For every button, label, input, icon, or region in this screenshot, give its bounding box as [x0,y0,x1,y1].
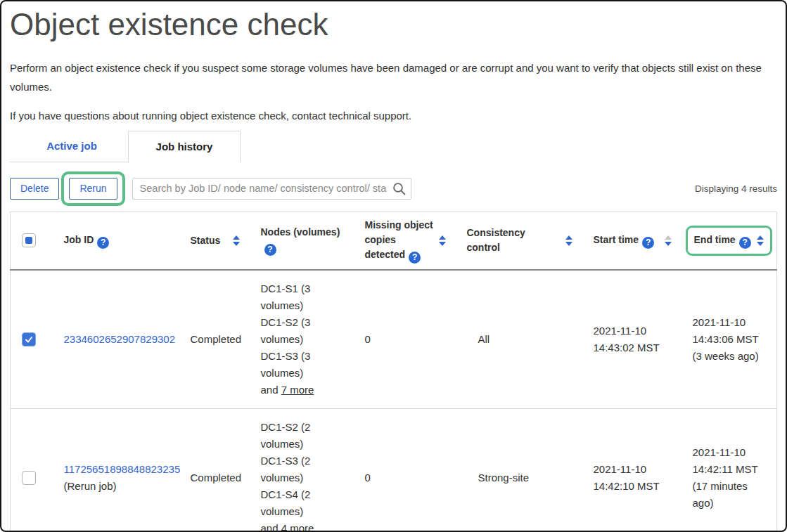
results-count: Displaying 4 results [695,183,777,194]
nodes-more-line: and 4 more [261,520,344,532]
job-note: (Rerun job) [64,478,169,495]
node-volumes-entry: DC1-S3 (3 volumes) [261,348,344,382]
end-time-line: 2021-11-10 [693,314,767,331]
end-time-line: 14:42:11 MST [693,461,767,478]
header-start-time-label: Start time [594,234,639,245]
nodes-more-line: and 7 more [261,382,344,398]
header-consistency-label: Consistency control [467,227,525,253]
end-time-line: (3 weeks ago) [693,348,767,365]
start-time-line: 2021-11-10 [594,461,672,478]
start-time-line: 2021-11-10 [594,323,672,339]
header-nodes: Nodes (volumes) [250,212,354,270]
consistency-value: Strong-site [478,472,530,484]
node-volumes-entry: DC1-S3 (2 volumes) [261,453,344,486]
select-all-checkbox[interactable] [22,233,36,247]
intro-paragraph-2: If you have questions about running obje… [10,106,762,125]
header-status: Status [179,212,250,270]
help-icon[interactable] [409,252,421,264]
magnifier-icon[interactable] [392,182,406,195]
tab-active-job-label: Active job [46,140,97,152]
status-value: Completed [191,472,242,484]
delete-button[interactable]: Delete [10,178,59,200]
end-time-line: (17 minutes ago) [693,478,767,512]
tab-job-history-label: Job history [156,141,213,153]
tab-bar-lead-segment [10,131,15,162]
header-consistency: Consistency control [456,212,582,270]
start-time-line: 14:42:10 MST [594,478,672,495]
sort-toggle-missing-copies[interactable] [439,235,446,246]
job-id-link[interactable]: 2334602652907829302 [64,333,176,345]
start-time-line: 14:43:02 MST [594,339,672,356]
table-header-row: Job ID Status Nodes (volumes) [11,212,777,270]
header-start-time: Start time [582,212,682,270]
missing-copies-value: 0 [365,333,371,345]
header-job-id: Job ID [53,212,179,270]
toolbar: Delete Rerun Displaying 4 results [10,171,777,206]
help-icon[interactable] [739,237,751,249]
job-id-link[interactable]: 11725651898848823235 [64,463,181,475]
missing-copies-value: 0 [365,472,371,484]
rerun-button[interactable]: Rerun [69,178,117,200]
end-time-line: 14:43:06 MST [693,331,767,348]
node-volumes-entry: DC1-S1 (3 volumes) [261,280,344,314]
help-icon[interactable] [97,237,109,249]
sort-toggle-status[interactable] [233,235,240,246]
help-icon[interactable] [264,244,276,256]
tab-bar: Active job Job history [10,131,777,162]
header-job-id-label: Job ID [64,234,94,245]
header-end-time-label: End time [694,234,736,245]
sort-toggle-start-time[interactable] [665,235,672,246]
checkmark-icon [24,335,34,344]
header-select-cell [11,212,53,270]
help-icon[interactable] [642,237,654,249]
tab-active-job[interactable]: Active job [15,131,128,162]
node-volumes-entry: DC1-S4 (2 volumes) [261,486,344,520]
table-row: 11725651898848823235 (Rerun job) Complet… [11,408,777,532]
sort-toggle-consistency[interactable] [565,235,572,246]
node-volumes-entry: DC1-S2 (3 volumes) [261,314,344,348]
header-nodes-label: Nodes (volumes) [261,226,340,238]
job-history-table: Job ID Status Nodes (volumes) [10,212,777,532]
search-input[interactable] [132,178,411,200]
row-checkbox[interactable] [22,471,36,485]
table-row: 2334602652907829302 Completed DC1-S1 (3 … [11,270,777,409]
rerun-highlight-annotation: Rerun [61,171,124,206]
consistency-value: All [478,333,490,345]
intro-paragraph-1: Perform an object existence check if you… [10,58,762,96]
more-nodes-link[interactable]: 7 more [281,384,314,396]
more-nodes-link[interactable]: 4 more [281,522,314,532]
header-missing-copies: Missing object copies detected [354,212,456,270]
sort-toggle-end-time[interactable] [757,235,764,246]
row-checkbox[interactable] [22,332,36,346]
header-end-time: End time [682,212,777,270]
header-missing-copies-label: Missing object copies detected [365,219,433,260]
end-time-highlight-annotation: End time [686,226,773,256]
end-time-line: 2021-11-10 [693,444,767,461]
header-status-label: Status [191,235,221,246]
status-value: Completed [191,333,242,345]
page-title: Object existence check [10,7,777,43]
tab-job-history[interactable]: Job history [128,131,241,162]
search-box [132,178,411,200]
node-volumes-entry: DC1-S2 (2 volumes) [261,419,344,453]
object-existence-check-page: Object existence check Perform an object… [0,0,787,532]
